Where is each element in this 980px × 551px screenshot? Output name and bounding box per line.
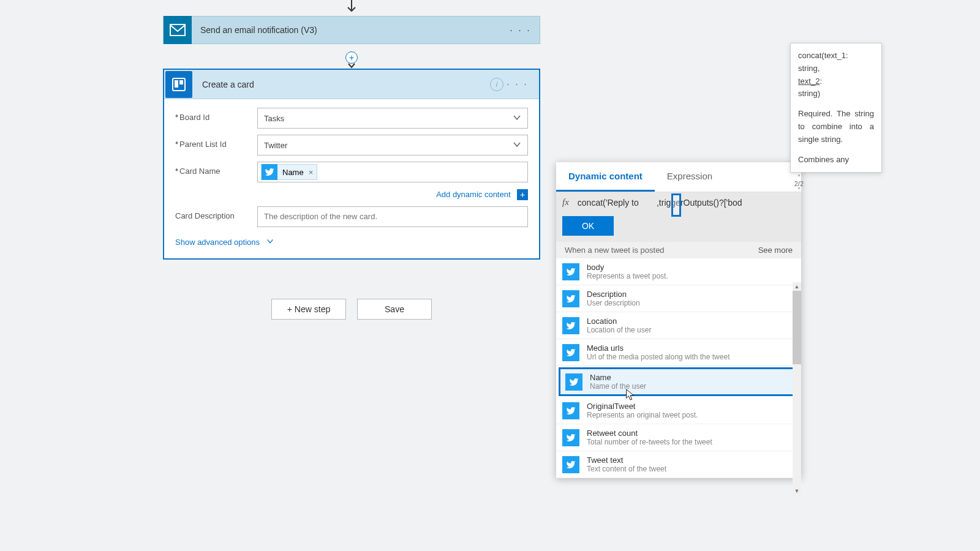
expression-text: concat('Reply to ,triggerOutputs()?['bod	[578, 198, 742, 208]
twitter-icon	[562, 344, 579, 361]
ok-button[interactable]: OK	[562, 216, 614, 236]
twitter-icon	[562, 263, 579, 280]
add-dynamic-content-link[interactable]: Add dynamic content	[436, 190, 510, 199]
add-dynamic-plus-icon[interactable]: +	[517, 189, 528, 200]
item-title: body	[587, 263, 795, 272]
card-description-label: Card Description	[175, 206, 257, 220]
board-id-value: Tasks	[264, 114, 284, 123]
info-icon[interactable]: i	[490, 78, 503, 91]
item-title: Location	[587, 317, 795, 326]
dynamic-item-location[interactable]: LocationLocation of the user	[556, 312, 801, 339]
chevron-down-icon	[266, 237, 274, 247]
token-label: Name	[282, 168, 304, 177]
item-description: Name of the user	[590, 382, 792, 391]
tab-dynamic-content[interactable]: Dynamic content	[556, 162, 655, 192]
tab-expression[interactable]: Expression	[655, 162, 725, 192]
item-title: Name	[590, 373, 792, 382]
trello-icon	[165, 71, 192, 98]
twitter-icon	[562, 402, 579, 419]
expression-cursor-highlight	[671, 193, 681, 217]
card-name-label: *Card Name	[175, 162, 257, 176]
item-description: Total number of re-tweets for the tweet	[587, 438, 795, 446]
item-title: Retweet count	[587, 429, 795, 438]
match-nav: ˄ 2/2 ˅	[794, 174, 804, 193]
twitter-icon	[565, 373, 582, 391]
email-action-card[interactable]: Send an email notification (V3) · · ·	[163, 16, 540, 44]
token-remove[interactable]: ×	[309, 168, 314, 177]
twitter-icon	[562, 456, 579, 473]
dynamic-item-retweet-count[interactable]: Retweet countTotal number of re-tweets f…	[556, 424, 801, 451]
twitter-icon	[562, 290, 579, 307]
item-title: OriginalTweet	[587, 402, 795, 411]
create-card-title: Create a card	[202, 80, 254, 89]
item-title: Tweet text	[587, 455, 795, 465]
scrollbar[interactable]: ▲ ▼	[793, 291, 801, 487]
name-token[interactable]: Name ×	[261, 164, 317, 180]
svg-rect-3	[175, 80, 178, 88]
scroll-thumb[interactable]	[793, 291, 801, 364]
board-id-label: *Board Id	[175, 108, 257, 122]
create-card-menu[interactable]: · · ·	[507, 78, 528, 91]
dynamic-content-panel: Dynamic content Expression ˄ 2/2 ˅ fx co…	[556, 162, 801, 478]
parent-list-select[interactable]: Twitter	[257, 135, 528, 156]
dynamic-item-media-urls[interactable]: Media urlsUrl of the media posted along …	[556, 339, 801, 366]
svg-rect-4	[179, 80, 183, 84]
section-title: When a new tweet is posted	[565, 246, 665, 255]
chevron-down-icon	[512, 140, 522, 152]
twitter-icon	[562, 429, 579, 446]
card-name-input[interactable]: Name ×	[257, 162, 528, 182]
email-card-menu[interactable]: · · ·	[510, 24, 531, 37]
fx-icon: fx	[562, 197, 569, 208]
item-title: Media urls	[587, 343, 795, 353]
item-description: Represents a tweet post.	[587, 272, 795, 280]
new-step-button[interactable]: + New step	[271, 299, 346, 320]
dynamic-item-originaltweet[interactable]: OriginalTweetRepresents an original twee…	[556, 397, 801, 424]
expression-input-row[interactable]: fx concat('Reply to ,triggerOutputs()?['…	[556, 192, 801, 212]
create-card-action: Create a card i · · · *Board Id Tasks *P…	[163, 69, 540, 260]
item-description: Location of the user	[587, 326, 795, 334]
parent-list-label: *Parent List Id	[175, 135, 257, 149]
connector-arrow	[345, 0, 358, 13]
twitter-icon	[562, 317, 579, 334]
item-title: Description	[587, 290, 795, 299]
item-description: Url of the media posted along with the t…	[587, 353, 795, 361]
dynamic-item-name[interactable]: NameName of the user	[559, 367, 799, 396]
scroll-down-icon[interactable]: ▼	[793, 487, 801, 495]
email-card-title: Send an email notification (V3)	[200, 25, 317, 35]
connector-arrow-2	[347, 61, 356, 70]
dynamic-item-body[interactable]: bodyRepresents a tweet post.	[556, 258, 801, 285]
see-more-link[interactable]: See more	[758, 246, 793, 255]
item-description: Text content of the tweet	[587, 465, 795, 473]
save-button[interactable]: Save	[357, 299, 432, 320]
parent-list-value: Twitter	[264, 141, 287, 150]
dynamic-item-description[interactable]: DescriptionUser description	[556, 285, 801, 312]
scroll-up-icon[interactable]: ▲	[793, 282, 801, 291]
twitter-icon	[262, 164, 277, 180]
board-id-select[interactable]: Tasks	[257, 108, 528, 129]
card-description-input[interactable]	[257, 206, 528, 227]
dynamic-item-tweet-text[interactable]: Tweet textText content of the tweet	[556, 451, 801, 478]
create-card-header[interactable]: Create a card i · · ·	[164, 70, 539, 99]
function-tooltip: concat(text_1: string, text_2: string) R…	[790, 43, 882, 173]
show-advanced-toggle[interactable]: Show advanced options	[175, 237, 274, 247]
chevron-down-icon	[512, 113, 522, 125]
email-icon	[164, 16, 192, 44]
dynamic-content-list: bodyRepresents a tweet post.DescriptionU…	[556, 258, 801, 478]
item-description: Represents an original tweet post.	[587, 411, 795, 419]
item-description: User description	[587, 299, 795, 307]
